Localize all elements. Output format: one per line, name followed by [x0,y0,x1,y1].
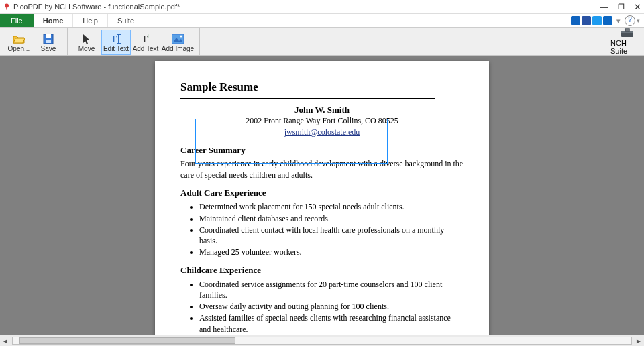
title-bar: PicoPDF by NCH Software - functionalSamp… [0,0,644,14]
linkedin-icon[interactable] [603,16,612,25]
scroll-thumb[interactable] [19,337,235,344]
resume-email[interactable]: jwsmith@colostate.edu [180,127,464,137]
career-summary-heading[interactable]: Career Summary [180,144,464,156]
doc-title[interactable]: Sample Resume [180,80,258,93]
move-cursor-icon [82,33,91,45]
menu-suite[interactable]: Suite [108,14,144,27]
open-folder-icon [13,33,25,45]
ribbon-toolbar: Open... Save Move T Edit Text T+ Add Tex… [0,28,644,56]
save-button[interactable]: Save [34,30,63,55]
facebook-icon[interactable] [582,16,591,25]
app-icon [3,3,11,11]
list-item[interactable]: Assisted families of special needs clien… [199,312,464,334]
edit-text-icon: T [110,33,122,45]
edit-text-button[interactable]: T Edit Text [101,30,131,55]
childcare-heading[interactable]: Childcare Experience [180,264,464,276]
resume-name[interactable]: John W. Smith [180,104,464,116]
resume-address[interactable]: 2002 Front Range Way Fort Collins, CO 80… [180,115,464,126]
svg-text:+: + [146,34,150,40]
list-item[interactable]: Determined work placement for 150 specia… [199,201,464,212]
svg-rect-3 [46,34,51,38]
pdf-page[interactable]: Sample Resume John W. Smith 2002 Front R… [155,61,489,335]
list-item[interactable]: Oversaw daily activity and outing planni… [199,301,464,312]
add-text-icon: T+ [140,33,151,45]
horizontal-scrollbar[interactable]: ◄ ► [0,335,644,346]
list-item[interactable]: Managed 25 volunteer workers. [199,247,464,257]
maximize-button[interactable]: ❐ [618,3,625,11]
window-title: PicoPDF by NCH Software - functionalSamp… [13,3,600,11]
toolbox-icon [621,28,634,39]
svg-rect-7 [117,34,121,35]
svg-text:T: T [111,34,117,44]
menu-home[interactable]: Home [34,14,74,27]
title-underline [180,98,435,99]
help-icon[interactable]: ? [625,15,635,26]
text-caret [260,83,261,93]
thumbsup-icon[interactable] [571,16,580,25]
scroll-right-button[interactable]: ► [633,335,644,346]
list-item[interactable]: Coordinated service assignments for 20 p… [199,279,464,300]
close-button[interactable]: ✕ [634,3,641,11]
save-floppy-icon [43,33,54,45]
svg-rect-4 [46,40,51,43]
open-button[interactable]: Open... [4,30,34,55]
move-button[interactable]: Move [72,30,101,55]
menu-bar: File Home Help Suite ▾ ? ▾ [0,14,644,28]
twitter-icon[interactable] [592,16,602,25]
menu-help[interactable]: Help [73,14,108,27]
social-links: ▾ ? ▾ [571,14,644,27]
scroll-left-button[interactable]: ◄ [0,335,11,346]
adult-care-heading[interactable]: Adult Care Experience [180,187,464,199]
svg-rect-1 [6,7,7,10]
add-text-button[interactable]: T+ Add Text [131,30,160,55]
adult-care-list[interactable]: Determined work placement for 150 specia… [180,201,464,257]
svg-rect-6 [118,34,119,44]
svg-point-0 [5,4,9,8]
list-item[interactable]: Maintained client databases and records. [199,213,464,224]
minimize-button[interactable]: — [600,3,608,11]
add-image-button[interactable]: Add Image [160,30,195,55]
svg-rect-16 [625,29,629,31]
svg-point-13 [180,35,182,37]
list-item[interactable]: Coordinated client contact with local he… [199,225,464,246]
menu-file[interactable]: File [0,14,34,27]
scroll-track[interactable] [12,337,632,345]
nch-suite-button[interactable]: NCH Suite [610,28,644,55]
svg-rect-8 [117,43,121,44]
career-summary-text[interactable]: Four years experience in early childhood… [180,158,464,180]
childcare-list[interactable]: Coordinated service assignments for 20 p… [180,279,464,335]
document-viewport[interactable]: Sample Resume John W. Smith 2002 Front R… [0,56,644,335]
add-image-icon [172,33,184,45]
